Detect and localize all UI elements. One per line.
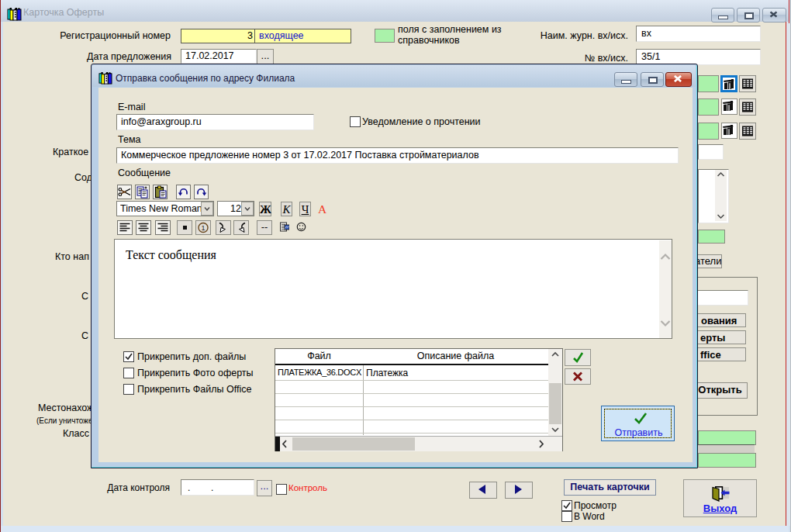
svg-text:1: 1	[201, 224, 205, 232]
